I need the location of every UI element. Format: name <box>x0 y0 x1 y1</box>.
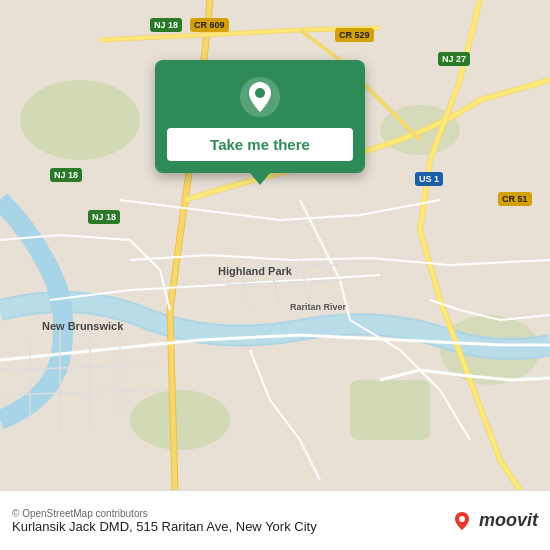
nj27-badge: NJ 27 <box>438 52 470 66</box>
raritan-river-label: Raritan River <box>290 302 346 312</box>
popup-card: Take me there <box>155 60 365 173</box>
us1-badge: US 1 <box>415 172 443 186</box>
svg-point-8 <box>459 516 465 522</box>
svg-point-1 <box>20 80 140 160</box>
bottom-info: © OpenStreetMap contributors Kurlansik J… <box>12 508 317 534</box>
svg-rect-3 <box>350 380 430 440</box>
moovit-logo: moovit <box>451 510 538 532</box>
nj18-mid-badge: NJ 18 <box>88 210 120 224</box>
svg-point-2 <box>130 390 230 450</box>
nj18-left-badge: NJ 18 <box>50 168 82 182</box>
location-text: Kurlansik Jack DMD, 515 Raritan Ave, New… <box>12 519 317 534</box>
svg-point-7 <box>255 88 265 98</box>
highland-park-label: Highland Park <box>218 265 292 277</box>
nj18-top-badge: NJ 18 <box>150 18 182 32</box>
cr51-badge: CR 51 <box>498 192 532 206</box>
location-pin-icon <box>239 76 281 118</box>
copyright-text: © OpenStreetMap contributors <box>12 508 317 519</box>
new-brunswick-label: New Brunswick <box>42 320 123 332</box>
moovit-pin-icon <box>451 510 473 532</box>
moovit-brand-text: moovit <box>479 510 538 531</box>
cr609-badge: CR 609 <box>190 18 229 32</box>
cr529-badge: CR 529 <box>335 28 374 42</box>
take-me-there-button[interactable]: Take me there <box>167 128 353 161</box>
map: New Brunswick Highland Park Raritan Rive… <box>0 0 550 490</box>
bottom-bar: © OpenStreetMap contributors Kurlansik J… <box>0 490 550 550</box>
